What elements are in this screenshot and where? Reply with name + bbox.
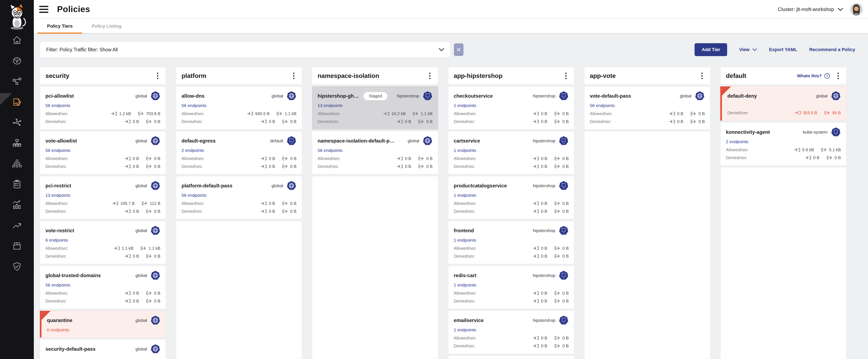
- policy-card[interactable]: quarantine global 0 endpoints: [40, 311, 166, 338]
- stat-label: Denied/sec: [727, 110, 748, 115]
- avatar[interactable]: [850, 3, 863, 16]
- policy-stat-row: Denied/sec 0 B 0 B: [318, 119, 433, 124]
- policy-stat-row: Allowed/sec 5.9 kB 5.1 kB: [726, 147, 841, 153]
- policy-scope-label: global: [135, 138, 147, 143]
- egress-icon: [146, 254, 152, 258]
- tier-menu-button[interactable]: [291, 72, 297, 80]
- sidebar-item-policies[interactable]: [12, 97, 22, 107]
- policy-card[interactable]: productcatalogservice hipstershop ns 1 e…: [448, 176, 574, 219]
- ingress-stat: 0 B: [533, 201, 547, 206]
- policy-card[interactable]: pci-allowlist global 56 endpoints Allowe…: [40, 86, 166, 130]
- sidebar-item-service-graph[interactable]: [12, 118, 22, 128]
- policy-stat-row: Denied/sec 0 B 0 B: [45, 298, 160, 304]
- policy-card[interactable]: hipstershop-gh… Staged hipstershop ns 13…: [312, 86, 438, 130]
- egress-icon: [413, 112, 419, 116]
- endpoints-link[interactable]: 1 endpoints: [454, 148, 476, 153]
- policy-card[interactable]: konnectivity-agent kube-system ns 2 endp…: [720, 122, 846, 166]
- sidebar-item-trend[interactable]: [12, 220, 22, 230]
- policy-card[interactable]: vote-default-pass global 56 endpoints Al…: [584, 86, 710, 130]
- endpoints-link[interactable]: 56 endpoints: [182, 193, 207, 198]
- policy-card[interactable]: emailservice hipstershop ns 1 endpoints …: [448, 311, 574, 354]
- endpoints-link[interactable]: 56 endpoints: [45, 282, 70, 287]
- egress-stat: 0 B: [554, 253, 569, 259]
- tier-menu-button[interactable]: [835, 72, 841, 80]
- sidebar-item-statistics[interactable]: [12, 200, 22, 210]
- endpoints-link[interactable]: 2 endpoints: [182, 148, 204, 153]
- endpoints-link[interactable]: 56 endpoints: [318, 148, 342, 153]
- stat-label: Denied/sec: [182, 209, 202, 214]
- egress-stat: 0 B: [146, 298, 160, 304]
- tier-menu-button[interactable]: [563, 72, 569, 80]
- endpoints-link[interactable]: 13 endpoints: [45, 193, 70, 198]
- sidebar-item-dashboard[interactable]: [12, 56, 22, 66]
- policy-card[interactable]: redis-cart hipstershop ns 1 endpoints Al…: [448, 266, 574, 309]
- tab-policy-listing[interactable]: Policy Listing: [82, 19, 131, 33]
- egress-icon: [141, 246, 147, 250]
- trend-arrow-icon: [12, 221, 22, 230]
- export-yaml-button[interactable]: Export YAML: [769, 47, 797, 52]
- endpoints-link[interactable]: 1 endpoints: [454, 327, 476, 332]
- policy-scope-label: hipstershop: [533, 93, 555, 99]
- sidebar-item-endpoints-cluster[interactable]: [12, 159, 22, 169]
- tier-help-link[interactable]: Whats this? ?: [797, 73, 830, 79]
- policy-card[interactable]: security-default-pass global: [40, 339, 166, 359]
- ingress-stat: 0 B: [533, 119, 547, 124]
- sidebar-item-network-nodes[interactable]: [12, 77, 22, 86]
- policy-card[interactable]: platform-default-pass global 56 endpoint…: [176, 176, 302, 219]
- endpoints-link[interactable]: 13 endpoints: [318, 103, 342, 108]
- view-menu-button[interactable]: View: [739, 47, 757, 52]
- sidebar-item-compliance[interactable]: [12, 179, 22, 189]
- endpoints-link[interactable]: 2 endpoints: [726, 139, 748, 144]
- stat-label: Denied/sec: [726, 155, 747, 160]
- sidebar-item-org-chart[interactable]: [12, 138, 22, 148]
- sidebar-item-package[interactable]: [12, 241, 22, 251]
- clear-filter-button[interactable]: [454, 44, 463, 56]
- policy-card[interactable]: vote-allowlist global 56 endpoints Allow…: [40, 131, 166, 174]
- endpoints-link[interactable]: 56 endpoints: [590, 103, 615, 108]
- policy-card[interactable]: default-deny global Denied/sec 353.5 B: [720, 86, 846, 121]
- stat-out-value: 0 B: [426, 164, 433, 169]
- endpoints-link[interactable]: 56 endpoints: [45, 103, 70, 108]
- tier-card-list: pci-allowlist global 56 endpoints Allowe…: [40, 86, 166, 359]
- sidebar-item-threat-defense[interactable]: [12, 261, 22, 272]
- tier-column: app-vote vote-default-pass global 56 end: [584, 67, 710, 359]
- egress-stat: 0 B: [554, 201, 569, 206]
- add-tier-button[interactable]: Add Tier: [694, 43, 727, 56]
- stat-label: Denied/sec: [45, 209, 66, 214]
- ingress-stat: 665.5 B: [247, 111, 270, 116]
- sidebar-item-home[interactable]: [12, 35, 22, 45]
- tier-menu-button[interactable]: [699, 72, 705, 80]
- policy-card[interactable]: vote-restrict global 6 endpoints Allowed…: [40, 221, 166, 264]
- tier-menu-button[interactable]: [427, 72, 433, 80]
- policy-card[interactable]: default-egress default ns 2 endpoints Al…: [176, 131, 302, 174]
- ingress-icon: [125, 291, 131, 295]
- tier-menu-button[interactable]: [155, 72, 160, 80]
- endpoints-link[interactable]: 1 endpoints: [454, 103, 476, 108]
- ingress-stat: 0 B: [261, 156, 275, 161]
- menu-button[interactable]: [39, 6, 48, 13]
- recommend-policy-button[interactable]: Recommend a Policy: [809, 47, 855, 52]
- endpoints-link[interactable]: 1 endpoints: [454, 282, 476, 287]
- app-header: Policies Cluster: jlt-msft-workshop: [34, 0, 868, 19]
- egress-stat: 0 B: [146, 119, 160, 124]
- traffic-filter-select[interactable]: Filter: Policy Traffic filter: Show All: [40, 42, 451, 58]
- policy-card[interactable]: allow-dns global 56 endpoints Allowed/se…: [176, 86, 302, 130]
- cluster-selector[interactable]: Cluster: jlt-msft-workshop: [778, 6, 843, 12]
- endpoints-link[interactable]: 6 endpoints: [45, 238, 68, 243]
- endpoints-link[interactable]: 56 endpoints: [45, 148, 70, 153]
- policy-card[interactable]: cartservice hipstershop ns 1 endpoints A…: [448, 131, 574, 174]
- endpoints-link[interactable]: 0 endpoints: [47, 327, 69, 332]
- policy-stats: Allowed/sec 1.2 kB 703.8 B Denied/sec 0 …: [45, 111, 160, 124]
- endpoints-link[interactable]: 56 endpoints: [182, 103, 207, 108]
- policy-card[interactable]: pci-restrict global 13 endpoints Allowed…: [40, 176, 166, 219]
- policy-card[interactable]: frontend hipstershop ns 1 endpoints Allo…: [448, 221, 574, 264]
- endpoints-link[interactable]: 1 endpoints: [454, 238, 476, 243]
- endpoints-link[interactable]: 1 endpoints: [454, 193, 476, 198]
- policy-card[interactable]: namespace-isolation-default-p… global 56…: [312, 131, 438, 174]
- stat-in-value: 1.1 kB: [122, 246, 133, 251]
- tab-policy-tiers[interactable]: Policy Tiers: [37, 19, 82, 33]
- policy-card[interactable]: checkoutservice hipstershop ns 1 endpoin…: [448, 86, 574, 130]
- policy-stat-row: Denied/sec 0 B 0 B: [590, 119, 705, 124]
- policy-card[interactable]: global-trusted-domains global 56 endpoin…: [40, 266, 166, 309]
- kebab-icon: [429, 73, 431, 79]
